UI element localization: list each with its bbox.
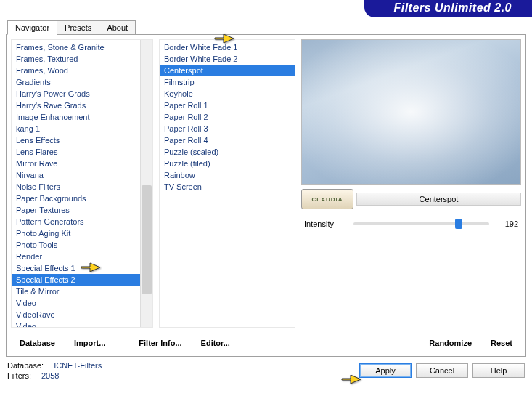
category-scrollbar[interactable] [140, 40, 152, 327]
category-list[interactable]: Frames, Stone & Granite Frames, Textured… [12, 40, 140, 327]
intensity-slider[interactable] [353, 222, 489, 225]
tab-about[interactable]: About [99, 20, 136, 34]
category-item[interactable]: Photo Tools [12, 239, 140, 251]
filter-caption: Centerspot [356, 193, 521, 206]
category-item[interactable]: Special Effects 1 [12, 262, 140, 274]
preview-panel: CLAUDIA Centerspot Intensity 192 [301, 39, 521, 328]
filter-item-selected[interactable]: Centerspot [160, 65, 295, 76]
preview-image [301, 39, 521, 185]
tab-strip: Navigator Presets About [0, 20, 532, 34]
filter-item[interactable]: Paper Roll 2 [160, 111, 295, 123]
filter-item[interactable]: Paper Roll 1 [160, 100, 295, 111]
reset-button[interactable]: Reset [483, 336, 520, 350]
category-list-container: Frames, Stone & Granite Frames, Textured… [11, 39, 153, 328]
database-button[interactable]: Database [12, 336, 62, 350]
tab-navigator[interactable]: Navigator [7, 20, 57, 35]
category-item[interactable]: Lens Effects [12, 134, 140, 146]
cancel-button[interactable]: Cancel [416, 363, 468, 378]
filter-item[interactable]: Keyhole [160, 88, 295, 100]
category-item[interactable]: Nirvana [12, 169, 140, 181]
filter-item[interactable]: Paper Roll 4 [160, 134, 295, 146]
filter-item[interactable]: Paper Roll 3 [160, 123, 295, 134]
param-value: 192 [495, 219, 518, 228]
category-item[interactable]: Frames, Wood [12, 65, 140, 76]
status-filters-value: 2058 [41, 371, 59, 380]
watermark-badge: CLAUDIA [301, 189, 353, 209]
header: Filters Unlimited 2.0 [0, 0, 532, 17]
category-item[interactable]: VideoRave [12, 309, 140, 320]
randomize-button[interactable]: Randomize [422, 336, 479, 350]
category-item[interactable]: Gradients [12, 76, 140, 88]
navigator-panel: Frames, Stone & Granite Frames, Textured… [6, 34, 526, 357]
category-item[interactable]: Paper Textures [12, 204, 140, 216]
help-button[interactable]: Help [472, 363, 525, 378]
category-item[interactable]: Frames, Stone & Granite [12, 41, 140, 53]
filter-info-button[interactable]: Filter Info... [131, 336, 189, 350]
scrollbar-thumb[interactable] [142, 185, 152, 294]
category-item[interactable]: Frames, Textured [12, 53, 140, 65]
category-item[interactable]: Render [12, 251, 140, 262]
category-item[interactable]: Image Enhancement [12, 111, 140, 123]
status-filters-label: Filters: [7, 371, 31, 380]
filter-list-container: Border White Fade 1 Border White Fade 2 … [159, 39, 295, 328]
category-item[interactable]: Photo Aging Kit [12, 227, 140, 239]
import-button[interactable]: Import... [67, 336, 112, 350]
filter-item[interactable]: Border White Fade 2 [160, 53, 295, 65]
param-row-intensity: Intensity 192 [301, 214, 521, 231]
param-label: Intensity [304, 219, 348, 228]
category-item[interactable]: Tile & Mirror [12, 286, 140, 297]
category-item[interactable]: Pattern Generators [12, 216, 140, 227]
tab-presets[interactable]: Presets [57, 20, 99, 34]
status-db-value: ICNET-Filters [54, 361, 102, 370]
filter-item[interactable]: Puzzle (tiled) [160, 158, 295, 169]
panel-button-row: Database Import... Filter Info... Editor… [11, 331, 521, 352]
filter-list[interactable]: Border White Fade 1 Border White Fade 2 … [160, 40, 295, 194]
filter-item[interactable]: Filmstrip [160, 76, 295, 88]
category-item[interactable]: Video [12, 320, 140, 327]
category-item-selected[interactable]: Special Effects 2 [12, 274, 140, 286]
filter-item[interactable]: Rainbow [160, 169, 295, 181]
slider-thumb[interactable] [455, 219, 462, 229]
filter-item[interactable]: Border White Fade 1 [160, 41, 295, 53]
filter-item[interactable]: TV Screen [160, 181, 295, 193]
status-bar: Database:ICNET-Filters Filters:2058 Appl… [0, 357, 532, 384]
category-item[interactable]: kang 1 [12, 123, 140, 134]
app-title: Filters Unlimited 2.0 [364, 0, 532, 17]
category-item[interactable]: Harry's Rave Grads [12, 100, 140, 111]
category-item[interactable]: Noise Filters [12, 181, 140, 193]
editor-button[interactable]: Editor... [194, 336, 237, 350]
filter-item[interactable]: Puzzle (scaled) [160, 146, 295, 158]
status-db-label: Database: [7, 361, 44, 370]
category-item[interactable]: Harry's Power Grads [12, 88, 140, 100]
apply-button[interactable]: Apply [359, 363, 412, 378]
category-item[interactable]: Lens Flares [12, 146, 140, 158]
category-item[interactable]: Mirror Rave [12, 158, 140, 169]
category-item[interactable]: Paper Backgrounds [12, 193, 140, 204]
category-item[interactable]: Video [12, 297, 140, 309]
